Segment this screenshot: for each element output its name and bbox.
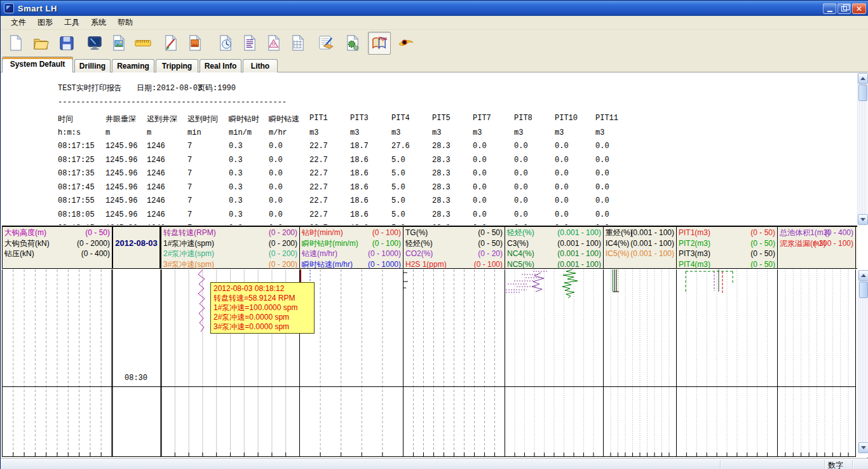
- triangle-doc-button[interactable]: [262, 32, 285, 55]
- brush-doc-icon: [162, 34, 180, 52]
- curve-gas-green: [562, 269, 578, 298]
- tab-litho[interactable]: Litho: [243, 59, 278, 72]
- table-cell: 08:17:55: [58, 196, 95, 205]
- report-divider: ----------------------------------------…: [58, 98, 287, 107]
- table-cell: 0.0: [514, 196, 528, 205]
- open-folder-button[interactable]: [30, 32, 53, 55]
- table-cell: 1245.96: [105, 156, 137, 165]
- chart-scroll-up-button[interactable]: [858, 270, 868, 281]
- table-cell: 08:17:25: [58, 156, 95, 165]
- table-cell: 0.0: [595, 224, 609, 225]
- curve-label: C3(%): [507, 238, 529, 248]
- curve-label: 钻速(m/hr): [302, 248, 337, 259]
- col-unit: m3: [514, 128, 523, 137]
- table-scroll-thumb[interactable]: [858, 85, 867, 101]
- clock-doc-button[interactable]: [214, 32, 237, 55]
- report-doc-button[interactable]: [238, 32, 261, 55]
- minimize-button[interactable]: [823, 3, 836, 14]
- tab-reaming[interactable]: Reaming: [112, 59, 154, 72]
- grid-doc-button[interactable]: [287, 32, 309, 55]
- curve-legend: PIT1(m3)(0 - 50): [677, 228, 777, 238]
- table-cell: 18.7: [350, 142, 369, 151]
- time-axis-label: 08:30: [112, 374, 160, 383]
- table-cell: 1245.96: [105, 224, 137, 225]
- table-cell: 0.3: [229, 142, 243, 151]
- curve-legend: 总池体积1(m3)(0 - 400): [778, 228, 855, 238]
- menu-item-3[interactable]: 系统: [86, 16, 111, 29]
- curve-label: PIT4(m3): [679, 259, 710, 269]
- report-doc-icon: [241, 34, 259, 52]
- curve-range: (0.001 - 100): [557, 228, 601, 238]
- table-cell: 1245.96: [105, 183, 137, 192]
- table-cell: 0.0: [555, 210, 569, 219]
- curve-range: (0 - 100): [372, 228, 401, 238]
- brush-doc-button[interactable]: [159, 32, 182, 55]
- edit-pad-button[interactable]: [315, 32, 337, 55]
- restore-button[interactable]: [837, 3, 851, 14]
- menu-item-1[interactable]: 图形: [32, 16, 58, 29]
- image-button[interactable]: [107, 32, 130, 55]
- col-unit: m: [105, 128, 110, 137]
- curve-header-panel: 大钩高度(m)(0 - 50)大钩负荷(kN)(0 - 2000)钻压(kN)(…: [2, 226, 857, 269]
- table-cell: 7: [187, 210, 192, 219]
- col-unit: m: [147, 128, 151, 137]
- report-title: TEST实时打印报告: [58, 83, 122, 93]
- curve-legend: C3(%)(0.001 - 100): [505, 238, 603, 248]
- tab-tripping[interactable]: Tripping: [156, 59, 198, 72]
- curve-legend: 钻时(min/m)(0 - 100): [300, 228, 403, 238]
- table-cell: 0.0: [473, 224, 487, 225]
- table-cell: 22.7: [309, 169, 328, 178]
- curve-label: 总池体积1(m3): [780, 228, 830, 238]
- menu-item-0[interactable]: 文件: [6, 16, 31, 29]
- ruler-button[interactable]: [132, 32, 154, 55]
- curve-label: CO2(%): [405, 248, 433, 259]
- table-cell: 5.0: [391, 169, 405, 178]
- menu-item-4[interactable]: 帮助: [112, 16, 138, 29]
- curve-range: (0.001 - 100): [557, 238, 601, 248]
- col-header: 瞬时钻时: [229, 114, 259, 125]
- chart-scrollbar[interactable]: [858, 270, 868, 454]
- grid-doc-icon: [289, 34, 307, 52]
- table-cell: 22.7: [309, 156, 328, 165]
- gear-doc-button[interactable]: [341, 32, 364, 55]
- table-cell: 08:17:35: [58, 169, 95, 178]
- close-button[interactable]: ✕: [852, 3, 866, 14]
- eye-button[interactable]: [395, 32, 417, 55]
- monitor-button[interactable]: [83, 32, 106, 55]
- tab-drilling[interactable]: Drilling: [74, 59, 111, 72]
- tab-real-info[interactable]: Real Info: [200, 59, 241, 72]
- window-title: Smart LH: [18, 4, 57, 13]
- menu-item-2[interactable]: 工具: [59, 16, 85, 29]
- table-cell: 18.6: [350, 156, 369, 165]
- table-cell: 0.0: [555, 196, 569, 205]
- svg-text:Tips: Tips: [379, 36, 388, 41]
- table-cell: 0.0: [595, 210, 609, 219]
- col-header: PIT11: [595, 114, 618, 123]
- chart-scroll-down-button[interactable]: [858, 442, 868, 453]
- curve-range: (0 - 1000): [368, 259, 401, 269]
- table-cell: 28.3: [432, 169, 451, 178]
- table-cell: 1245.96: [105, 196, 137, 205]
- tips-book-button[interactable]: Tips: [368, 32, 391, 55]
- picture-doc-button[interactable]: [184, 32, 207, 55]
- table-scrollbar[interactable]: [857, 73, 867, 225]
- table-cell: 0.3: [229, 156, 243, 165]
- curve-range: (0 - 2000): [77, 238, 110, 248]
- triangle-doc-icon: [265, 34, 283, 52]
- table-cell: 0.0: [269, 156, 283, 165]
- col-unit: m3: [309, 128, 318, 137]
- curve-label: PIT1(m3): [679, 228, 710, 238]
- table-cell: 22.7: [309, 196, 328, 205]
- curve-range: (0 - 50): [478, 228, 503, 238]
- new-file-button[interactable]: [4, 32, 27, 55]
- table-cell: 5.0: [391, 196, 405, 205]
- table-scroll-down-button[interactable]: [858, 214, 868, 225]
- table-scroll-up-button[interactable]: [858, 73, 868, 84]
- col-unit: h:m:s: [58, 128, 81, 137]
- tab-system-default[interactable]: System Default: [2, 57, 73, 72]
- curve-range: (0.001 - 100): [557, 248, 601, 259]
- chart-scroll-thumb[interactable]: [859, 282, 868, 298]
- save-button[interactable]: [55, 32, 78, 55]
- curve-range: (0 - 200): [269, 228, 297, 238]
- curve-legend: 钻压(kN)(0 - 400): [3, 248, 112, 259]
